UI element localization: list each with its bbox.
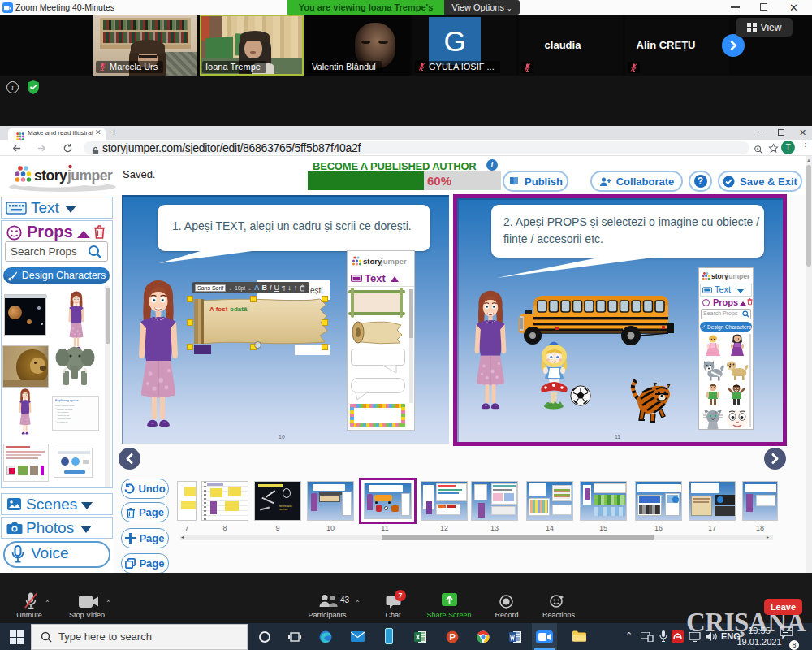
svg-text:jumper: jumper bbox=[380, 257, 407, 266]
svg-text:story: story bbox=[711, 272, 728, 280]
svg-text:..........: .......... bbox=[247, 306, 261, 311]
svg-text:odată: odată bbox=[230, 306, 248, 313]
svg-text:P: P bbox=[450, 632, 456, 642]
svg-text:A fost: A fost bbox=[209, 306, 228, 313]
svg-text:story: story bbox=[34, 167, 67, 184]
svg-text:jumper: jumper bbox=[67, 167, 113, 184]
svg-text:jumper: jumper bbox=[726, 272, 750, 280]
svg-text:story: story bbox=[363, 257, 382, 266]
